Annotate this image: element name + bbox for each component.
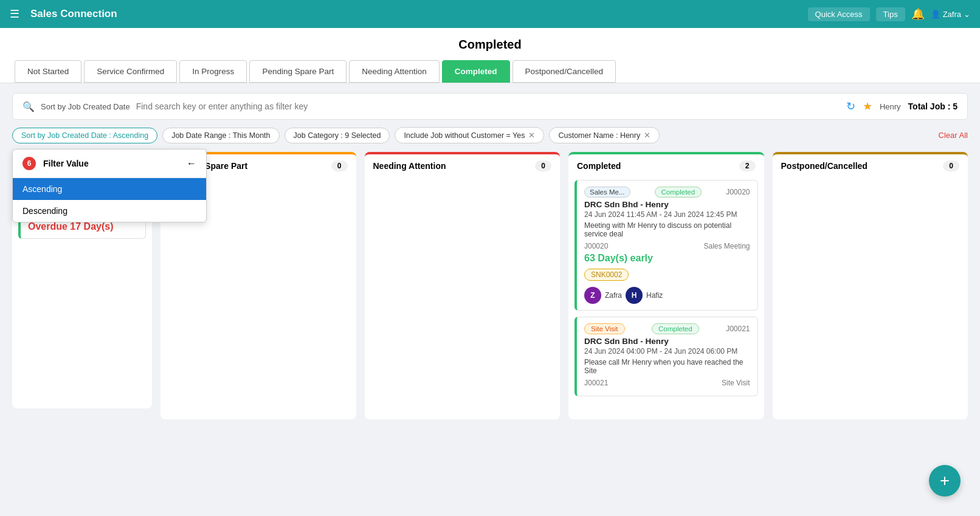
filter-popup-back-icon[interactable]: ← [187, 158, 196, 169]
top-navigation: ☰ Sales Connection Quick Access Tips 🔔 👤… [0, 0, 980, 28]
card-j00021-job-ref: J00021 [584, 379, 608, 387]
card-j00020-status: Completed [655, 187, 702, 198]
kanban-col-postponed-body [773, 176, 968, 419]
refresh-icon[interactable]: ↻ [846, 100, 855, 113]
filter-tag-sort-label: Sort by Job Created Date : Ascending [21, 131, 148, 140]
star-icon: ★ [863, 100, 872, 113]
kanban-col-postponed-header: Postponed/Cancelled 0 [773, 154, 968, 176]
col-postponed-title: Postponed/Cancelled [781, 161, 868, 171]
chevron-down-icon: ⌄ [964, 10, 970, 19]
card-j00021-top: Site Visit Completed J00021 [584, 323, 750, 334]
filter-tag-customer[interactable]: Customer Name : Henry ✕ [549, 127, 660, 143]
filter-popup-ascending[interactable]: Ascending [13, 178, 206, 200]
filter-tag-include-job-close[interactable]: ✕ [528, 131, 535, 140]
notification-icon[interactable]: 🔔 [911, 7, 925, 21]
card-j00020-category: Sales Meeting [703, 242, 750, 250]
sort-label: Sort by Job Created Date [41, 102, 130, 111]
card-j00020-tag: SNK0002 [584, 269, 629, 281]
col-completed-count: 2 [739, 160, 756, 171]
col-postponed-count: 0 [943, 160, 959, 171]
filter-popup-descending[interactable]: Descending [13, 200, 206, 222]
card-j00020-top: Sales Me... Completed J00020 [584, 187, 750, 198]
card-j00021-desc: Please call Mr Henry when you have reach… [584, 358, 750, 375]
quick-access-button[interactable]: Quick Access [808, 7, 870, 21]
card-j00021-status: Completed [652, 323, 699, 334]
filter-tag-date-range[interactable]: Job Date Range : This Month [162, 128, 279, 143]
card-j00044-overdue: Overdue 17 Day(s) [28, 221, 138, 232]
filter-tag-customer-close[interactable]: ✕ [644, 131, 650, 140]
tips-button[interactable]: Tips [876, 7, 905, 21]
filter-tag-category[interactable]: Job Category : 9 Selected [285, 128, 390, 143]
tab-service-confirmed[interactable]: Service Confirmed [84, 60, 177, 83]
kanban-card-j00020[interactable]: Sales Me... Completed J00020 DRC Sdn Bhd… [575, 180, 758, 311]
col-needing-count: 0 [535, 160, 551, 171]
kanban-col-needing-body [365, 176, 561, 419]
avatar-zafra: Z [584, 287, 601, 304]
card-j00021-id: J00021 [726, 325, 750, 333]
kanban-col-needing-attention: Needing Attention 0 [365, 152, 561, 419]
page-title: Completed [0, 38, 980, 52]
card-j00020-id: J00020 [726, 188, 750, 196]
filter-tags-row: Sort by Job Created Date : Ascending Job… [12, 127, 968, 143]
card-j00021-type: Site Visit [584, 323, 625, 334]
avatar-hafiz: H [626, 287, 643, 304]
filter-popup-header: 6 Filter Value ← [13, 150, 206, 178]
filter-tag-category-label: Job Category : 9 Selected [294, 131, 381, 140]
card-j00021-category: Site Visit [722, 379, 750, 387]
search-right: ↻ ★ Henry Total Job : 5 [846, 100, 958, 113]
app-title: Sales Connection [30, 8, 801, 20]
user-icon: 👤 [931, 10, 940, 19]
card-j00020-job-ref: J00020 [584, 242, 608, 250]
search-input[interactable] [136, 101, 840, 111]
tab-needing-attention[interactable]: Needing Attention [349, 60, 440, 83]
kanban-col-completed-body: Sales Me... Completed J00020 DRC Sdn Bhd… [568, 176, 764, 419]
kanban-col-completed-header: Completed 2 [568, 154, 764, 176]
filter-tag-include-job[interactable]: Include Job without Customer = Yes ✕ [395, 127, 544, 143]
nav-right: Quick Access Tips 🔔 👤 Zafra ⌄ [808, 7, 970, 21]
card-j00021-bottom: J00021 Site Visit [584, 379, 750, 387]
page-header: Completed Not Started Service Confirmed … [0, 28, 980, 83]
star-user: Henry [880, 102, 901, 111]
card-j00020-avatars: Z Zafra H Hafiz [584, 287, 750, 304]
user-menu[interactable]: 👤 Zafra ⌄ [931, 10, 970, 19]
status-tabs: Not Started Service Confirmed In Progres… [0, 60, 980, 83]
tab-in-progress[interactable]: In Progress [179, 60, 247, 83]
card-j00020-type: Sales Me... [584, 187, 630, 198]
col-pending-count: 0 [331, 160, 348, 171]
menu-icon[interactable]: ☰ [10, 7, 19, 21]
col-completed-title: Completed [577, 161, 621, 171]
user-name: Zafra [943, 10, 961, 19]
total-jobs: Total Job : 5 [908, 101, 958, 111]
filter-popup-badge: 6 [22, 157, 36, 170]
card-j00020-company: DRC Sdn Bhd - Henry [584, 200, 750, 209]
filter-tag-include-job-label: Include Job without Customer = Yes [404, 131, 525, 140]
card-j00020-datetime: 24 Jun 2024 11:45 AM - 24 Jun 2024 12:45… [584, 210, 750, 219]
main-content: 🔍 Sort by Job Created Date ↻ ★ Henry Tot… [0, 83, 980, 429]
card-j00021-company: DRC Sdn Bhd - Henry [584, 337, 750, 346]
kanban-col-postponed: Postponed/Cancelled 0 [773, 152, 968, 419]
kanban-col-completed: Completed 2 Sales Me... Completed J00020… [568, 152, 764, 419]
search-bar: 🔍 Sort by Job Created Date ↻ ★ Henry Tot… [12, 93, 968, 120]
card-j00020-days-early: 63 Day(s) early [584, 253, 750, 264]
tab-pending-spare-part[interactable]: Pending Spare Part [249, 60, 347, 83]
filter-tag-sort[interactable]: Sort by Job Created Date : Ascending [12, 128, 157, 143]
filter-tag-date-range-label: Job Date Range : This Month [171, 131, 270, 140]
tab-postponed-cancelled[interactable]: Postponed/Cancelled [512, 60, 616, 83]
search-icon: 🔍 [22, 101, 35, 112]
fab-add-button[interactable]: + [929, 465, 961, 497]
tab-completed[interactable]: Completed [442, 60, 510, 83]
card-j00020-desc: Meeting with Mr Henry to discuss on pote… [584, 221, 750, 238]
tab-not-started[interactable]: Not Started [15, 60, 81, 83]
avatar-zafra-name: Zafra [605, 291, 622, 300]
filter-tag-customer-label: Customer Name : Henry [558, 131, 640, 140]
card-j00021-datetime: 24 Jun 2024 04:00 PM - 24 Jun 2024 06:00… [584, 347, 750, 356]
kanban-card-j00021[interactable]: Site Visit Completed J00021 DRC Sdn Bhd … [575, 317, 758, 396]
clear-all-button[interactable]: Clear All [939, 131, 968, 140]
avatar-hafiz-name: Hafiz [646, 291, 663, 300]
card-j00020-bottom: J00020 Sales Meeting [584, 242, 750, 250]
filter-popup: 6 Filter Value ← Ascending Descending [12, 149, 207, 222]
col-needing-title: Needing Attention [373, 161, 446, 171]
filter-popup-title: Filter Value [43, 159, 89, 168]
kanban-col-needing-header: Needing Attention 0 [365, 154, 561, 176]
